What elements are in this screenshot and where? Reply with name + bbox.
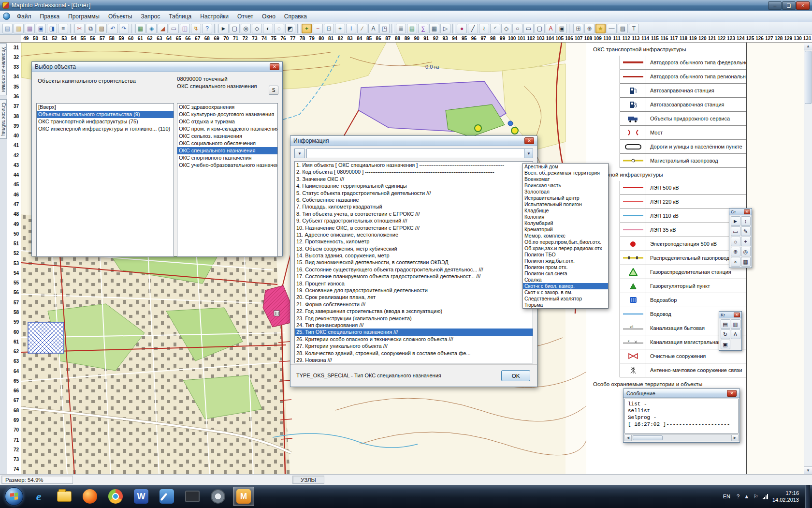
menu-item[interactable]: Запрос bbox=[136, 12, 164, 21]
label-a-tool[interactable]: A bbox=[731, 329, 740, 339]
dropdown-option[interactable]: Колония bbox=[523, 214, 608, 220]
dropdown-option[interactable]: Исправительный центр bbox=[523, 195, 608, 201]
attribute-row[interactable]: 10. Назначение ОКС, в соответствии с ЕГР… bbox=[295, 224, 533, 231]
node-tool[interactable]: ⊕ bbox=[731, 247, 740, 256]
language-indicator[interactable]: EN bbox=[721, 493, 732, 500]
attribute-row[interactable]: 27. Критерии уникального объекта /// bbox=[295, 343, 533, 349]
list-item[interactable]: ОКС инженерной инфраструктуры и топливно… bbox=[37, 125, 174, 133]
list-item[interactable]: ОКС сельхоз. назначения bbox=[177, 133, 277, 140]
reshape-button[interactable]: ⊞ bbox=[573, 24, 583, 33]
close-icon[interactable]: ✕ bbox=[524, 137, 534, 144]
new-graph-button[interactable]: ◢ bbox=[158, 24, 168, 33]
toolbar-separator[interactable] bbox=[214, 24, 217, 33]
ruler-button[interactable]: ∕ bbox=[357, 24, 367, 33]
attribute-row[interactable]: 18. Процент износа bbox=[295, 280, 533, 287]
attribute-row[interactable]: 2. Код объекта [ 08090000 ] ------------… bbox=[295, 168, 533, 175]
value-dropdown-list[interactable]: Арестный домВоен. об.,режимная территори… bbox=[522, 163, 609, 309]
new-frame-tool[interactable]: ▥ bbox=[731, 319, 740, 329]
vertical-scrollbar[interactable]: ▲ ▼ bbox=[804, 43, 812, 474]
menu-item[interactable]: Файл bbox=[13, 12, 36, 21]
assign-district-button[interactable]: ▷ bbox=[440, 24, 450, 33]
toolbar-separator[interactable] bbox=[452, 24, 455, 33]
symbol-tool-button[interactable]: ● bbox=[457, 24, 467, 33]
minimize-button[interactable]: – bbox=[768, 1, 782, 10]
attribute-row[interactable]: 21. Форма собственности /// bbox=[295, 301, 533, 308]
close-icon[interactable]: ✕ bbox=[270, 63, 279, 70]
select-tool[interactable]: ► bbox=[731, 216, 740, 226]
scroll-up-icon[interactable]: ▲ bbox=[804, 43, 812, 50]
boundary-select-button[interactable]: ◐ bbox=[263, 24, 273, 33]
select-tool-button[interactable]: ► bbox=[218, 24, 229, 33]
restore-button[interactable]: ❑ bbox=[782, 1, 796, 10]
drag-window-button[interactable]: ◳ bbox=[379, 24, 390, 33]
dropdown-option[interactable]: Воинская часть bbox=[523, 182, 608, 189]
document-icon[interactable] bbox=[3, 13, 10, 20]
category-listbox[interactable]: [Вверх]Объекты капитального строительств… bbox=[36, 103, 174, 257]
attribute-row[interactable]: 4. Наименование территориальной единицы bbox=[295, 182, 533, 189]
scroll-down-icon[interactable]: ▼ bbox=[804, 466, 812, 474]
delete-tool[interactable]: × bbox=[731, 257, 740, 267]
list-item[interactable]: ОКС социального обеспечения bbox=[177, 140, 277, 147]
dropdown-option[interactable]: Испытательный полигон bbox=[523, 201, 608, 208]
district-browser-button[interactable]: ▦ bbox=[429, 24, 439, 33]
list-item[interactable]: ОКС отдыха и туризма bbox=[177, 118, 277, 125]
new-redistrict-button[interactable]: ◫ bbox=[180, 24, 190, 33]
polyline-tool-button[interactable]: ≀ bbox=[479, 24, 489, 33]
hidden-icons-chevron[interactable]: ▲ bbox=[744, 493, 749, 499]
list-item[interactable]: ОКС культурно-досугового назначения bbox=[177, 111, 277, 118]
nodes-toggle-button[interactable]: УЗЛЫ bbox=[292, 476, 324, 484]
print-button[interactable]: ≡ bbox=[58, 24, 68, 33]
new-browser-button[interactable]: ▦ bbox=[135, 24, 145, 33]
attribute-row[interactable]: 3. Значение ОКС /// bbox=[295, 176, 533, 182]
change-view-button[interactable]: ⊡ bbox=[324, 24, 334, 33]
copy-frame-tool[interactable]: ▤ bbox=[721, 319, 730, 329]
new-map-button[interactable]: ◈ bbox=[146, 24, 157, 33]
display-app-icon[interactable] bbox=[182, 487, 203, 506]
rounded-rect-tool-button[interactable]: ▢ bbox=[535, 24, 545, 33]
close-icon[interactable]: ✕ bbox=[744, 209, 750, 214]
attribute-row[interactable]: 6. Собственное название bbox=[295, 196, 533, 203]
dropdown-option[interactable]: Скот-к с биол. камер. bbox=[523, 283, 608, 289]
attribute-row[interactable]: 17. Состояние планируемого объекта градо… bbox=[295, 273, 533, 280]
help-tray-icon[interactable]: ? bbox=[737, 493, 740, 499]
lamp-tool[interactable]: ☼ bbox=[731, 237, 740, 246]
network-icon[interactable] bbox=[763, 494, 768, 499]
add-tool[interactable]: + bbox=[741, 237, 751, 246]
internet-explorer-icon[interactable]: e bbox=[28, 487, 49, 506]
list-item[interactable]: [Вверх] bbox=[37, 104, 174, 111]
text-style-button[interactable]: T bbox=[629, 24, 639, 33]
undo-button[interactable]: ↶ bbox=[108, 24, 118, 33]
copy-button[interactable]: ⧉ bbox=[86, 24, 96, 33]
chevron-down-icon[interactable]: ▼ bbox=[524, 149, 533, 158]
attribute-row[interactable]: 8. Тип объекта учета, в соответствии с Е… bbox=[295, 210, 533, 217]
paste-button[interactable]: ▧ bbox=[97, 24, 107, 33]
menu-item[interactable]: Окно bbox=[258, 12, 280, 21]
firefox-icon[interactable] bbox=[79, 487, 101, 506]
dropdown-option[interactable]: Арестный дом bbox=[523, 164, 608, 170]
close-button[interactable]: × bbox=[796, 1, 810, 10]
show-desktop-button[interactable] bbox=[805, 485, 810, 508]
menu-item[interactable]: Настройки bbox=[196, 12, 233, 21]
info-tool-button[interactable]: i bbox=[346, 24, 356, 33]
attribute-row[interactable]: 16. Состояние существующего объекта град… bbox=[295, 266, 533, 273]
pan-button[interactable]: + bbox=[335, 24, 345, 33]
clipboard-tool[interactable]: ▣ bbox=[721, 340, 730, 349]
attribute-row[interactable]: 7. Площадь, километр квадратный bbox=[295, 203, 533, 210]
line-style-button[interactable]: — bbox=[607, 24, 617, 33]
attribute-row[interactable]: 24. Тип финансирования /// bbox=[295, 322, 533, 329]
mapinfo-icon[interactable]: M bbox=[233, 487, 254, 506]
dropdown-option[interactable]: Об.хран,зах.и перер.радиоак.отх bbox=[523, 245, 608, 252]
menu-item[interactable]: Программы bbox=[64, 12, 104, 21]
hotlink-button[interactable]: ↯ bbox=[191, 24, 201, 33]
dropdown-option[interactable]: Следственный изолятор bbox=[523, 296, 608, 302]
menu-item[interactable]: Объекты bbox=[104, 12, 137, 21]
attribute-row[interactable]: 19. Основание для градостроительной деят… bbox=[295, 287, 533, 294]
dropdown-option[interactable]: Кладбище bbox=[523, 208, 608, 214]
grid-tool[interactable]: ▦ bbox=[741, 257, 751, 267]
horizontal-scrollbar[interactable]: ◀ ▶ bbox=[624, 434, 739, 441]
polygon-select-button[interactable]: ◇ bbox=[252, 24, 262, 33]
radius-select-button[interactable]: ◎ bbox=[241, 24, 251, 33]
dropdown-option[interactable]: Свалка bbox=[523, 277, 608, 283]
attribute-row[interactable]: 11. Адресное описание, местоположение bbox=[295, 231, 533, 238]
cut-button[interactable]: ✂ bbox=[74, 24, 85, 33]
